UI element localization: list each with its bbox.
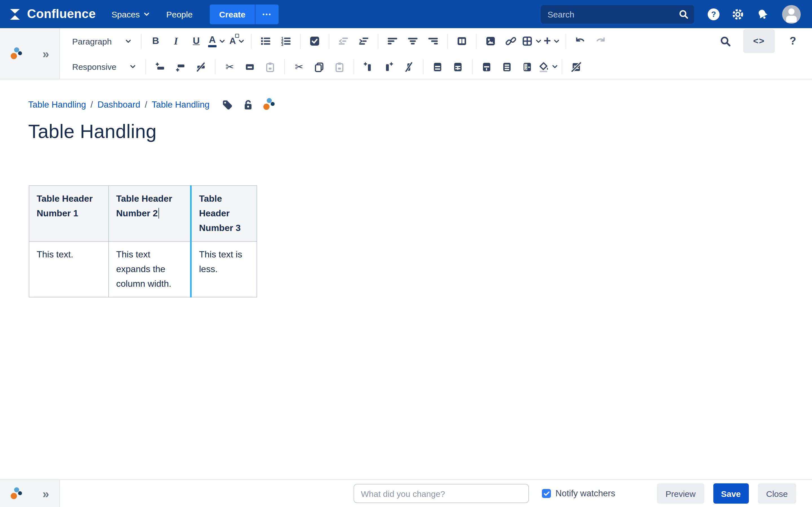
change-comment-input[interactable] xyxy=(354,484,529,503)
page-layout-button[interactable] xyxy=(452,32,472,50)
paragraph-style-dropdown[interactable]: Paragraph xyxy=(68,36,137,46)
insert-image-button[interactable] xyxy=(480,32,501,50)
page-meta-icons xyxy=(221,98,275,111)
notify-watchers-checkbox[interactable] xyxy=(542,489,551,498)
toolbar-divider xyxy=(251,34,252,49)
header-row-icon xyxy=(432,61,444,72)
gear-icon[interactable] xyxy=(731,8,744,20)
save-button[interactable]: Save xyxy=(713,483,749,504)
nav-spaces[interactable]: Spaces xyxy=(112,9,149,19)
redo-button[interactable] xyxy=(591,32,611,50)
insert-column-right-button[interactable] xyxy=(378,58,399,76)
text-color-button[interactable]: A xyxy=(206,32,227,50)
header-column-icon xyxy=(453,61,464,72)
copy-row-button[interactable] xyxy=(240,58,260,76)
toolbar-divider xyxy=(472,59,473,74)
underline-icon: U xyxy=(193,36,200,47)
app-logo-icon xyxy=(262,98,275,111)
sidebar-collapsed-panel: » xyxy=(0,28,60,79)
indent-button[interactable] xyxy=(354,32,374,50)
header-row-toggle-button[interactable] xyxy=(428,58,448,76)
bullet-list-button[interactable] xyxy=(255,32,276,50)
insert-column-left-button[interactable] xyxy=(358,58,378,76)
insert-more-button[interactable]: + xyxy=(541,32,562,50)
outdent-button[interactable] xyxy=(333,32,354,50)
labels-tag-icon[interactable] xyxy=(221,98,233,111)
remove-table-button[interactable] xyxy=(566,58,587,76)
scissors-icon: ✂ xyxy=(295,62,303,72)
table-header-cell-3[interactable]: Table Header Number 3 xyxy=(191,186,257,241)
delete-row-button[interactable] xyxy=(191,58,211,76)
confluence-logo[interactable]: Confluence xyxy=(8,7,96,21)
create-more-button[interactable]: ••• xyxy=(255,4,279,24)
table-cell-2[interactable]: This text expands the column width. xyxy=(109,241,191,297)
unlock-icon[interactable] xyxy=(242,98,254,111)
underline-button[interactable]: U xyxy=(186,32,206,50)
preview-button[interactable]: Preview xyxy=(657,483,704,504)
number-column-button[interactable]: 1 2 xyxy=(517,58,538,76)
italic-button[interactable]: I xyxy=(166,32,186,50)
header-column-toggle-button[interactable] xyxy=(448,58,468,76)
breadcrumb-dashboard-link[interactable]: Dashboard xyxy=(98,100,140,110)
link-icon xyxy=(505,36,516,47)
breadcrumb-space-link[interactable]: Table Handling xyxy=(28,100,86,110)
help-icon[interactable]: ? xyxy=(708,8,719,20)
breadcrumb-page-link[interactable]: Table Handling xyxy=(152,100,209,110)
cut-button[interactable]: ✂ xyxy=(289,58,309,76)
insert-table-button[interactable] xyxy=(521,32,541,50)
insert-row-above-button[interactable] xyxy=(150,58,170,76)
align-right-button[interactable] xyxy=(423,32,443,50)
question-mark-icon: ? xyxy=(790,35,796,47)
cut-row-button[interactable]: ✂ xyxy=(220,58,240,76)
create-button[interactable]: Create xyxy=(209,4,255,24)
more-formatting-button[interactable]: A xyxy=(227,32,247,50)
table-cell-3[interactable]: This text is less. xyxy=(191,241,257,297)
expand-sidebar-button[interactable]: » xyxy=(43,48,49,59)
copy-icon xyxy=(314,61,325,72)
notifications-bell-icon[interactable] xyxy=(756,8,769,20)
notify-watchers: Notify watchers xyxy=(542,489,615,499)
copy-button[interactable] xyxy=(309,58,329,76)
align-left-button[interactable] xyxy=(382,32,403,50)
close-button[interactable]: Close xyxy=(758,483,796,504)
toolbar-divider xyxy=(476,34,476,49)
table-display-dropdown[interactable]: Responsive xyxy=(68,62,142,71)
expand-footer-button[interactable]: » xyxy=(43,488,49,499)
toolbar-row-2: Responsive xyxy=(60,54,812,79)
editor-help-button[interactable]: ? xyxy=(783,32,803,50)
cell-color-button[interactable] xyxy=(538,58,558,76)
table-header-cell-2[interactable]: Table Header Number 2 xyxy=(109,186,191,241)
table-cell-1[interactable]: This text. xyxy=(29,241,109,297)
nav-people[interactable]: People xyxy=(166,9,193,19)
chevron-down-icon xyxy=(219,39,225,43)
merge-cells-icon xyxy=(481,61,493,72)
search-input[interactable] xyxy=(541,5,694,23)
brand-name: Confluence xyxy=(27,7,96,21)
nav-menu: Spaces People xyxy=(112,9,193,19)
undo-button[interactable] xyxy=(570,32,591,50)
paste-icon xyxy=(334,61,345,72)
page-title[interactable]: Table Handling xyxy=(28,121,812,143)
merge-cells-button[interactable] xyxy=(477,58,497,76)
task-list-button[interactable] xyxy=(305,32,325,50)
toolbar-divider xyxy=(146,59,146,74)
insert-row-below-button[interactable] xyxy=(170,58,191,76)
indent-icon xyxy=(358,36,369,47)
breadcrumb-separator: / xyxy=(91,100,93,110)
split-cell-button[interactable] xyxy=(497,58,517,76)
bold-button[interactable]: B xyxy=(146,32,166,50)
numbered-list-button[interactable]: 1 2 3 xyxy=(276,32,296,50)
paste-button[interactable] xyxy=(329,58,350,76)
source-editor-button[interactable]: <> xyxy=(743,29,775,53)
align-center-button[interactable] xyxy=(403,32,423,50)
toolbar-divider xyxy=(562,59,562,74)
table-header-cell-1[interactable]: Table Header Number 1 xyxy=(29,186,109,241)
find-replace-button[interactable] xyxy=(715,32,735,50)
delete-column-button[interactable] xyxy=(399,58,419,76)
paste-row-button[interactable] xyxy=(260,58,281,76)
bullet-list-icon xyxy=(260,36,271,47)
insert-link-button[interactable] xyxy=(501,32,521,50)
source-code-icon: <> xyxy=(753,36,765,46)
split-cell-icon xyxy=(502,61,513,72)
user-avatar[interactable] xyxy=(782,5,801,23)
